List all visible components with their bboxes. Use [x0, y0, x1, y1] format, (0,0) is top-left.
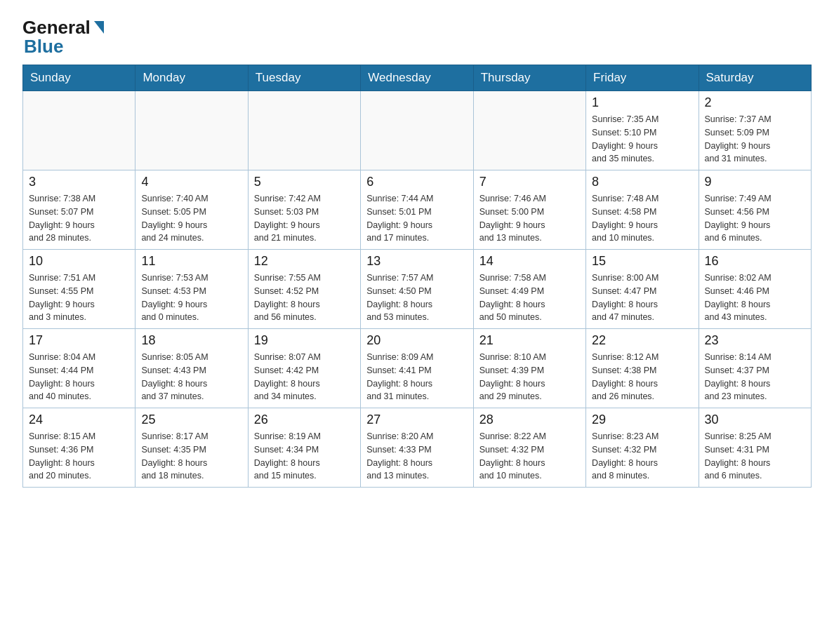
day-info: Sunrise: 8:12 AM Sunset: 4:38 PM Dayligh… — [592, 351, 692, 403]
day-number: 23 — [705, 333, 805, 348]
day-info: Sunrise: 8:20 AM Sunset: 4:33 PM Dayligh… — [366, 430, 467, 483]
calendar-cell: 3Sunrise: 7:38 AM Sunset: 5:07 PM Daylig… — [23, 170, 135, 250]
day-info: Sunrise: 7:48 AM Sunset: 4:58 PM Dayligh… — [592, 192, 692, 245]
day-info: Sunrise: 8:19 AM Sunset: 4:34 PM Dayligh… — [254, 430, 355, 483]
calendar-table: SundayMondayTuesdayWednesdayThursdayFrid… — [22, 65, 812, 488]
day-info: Sunrise: 7:40 AM Sunset: 5:05 PM Dayligh… — [141, 192, 241, 245]
day-number: 10 — [29, 254, 129, 269]
day-info: Sunrise: 7:44 AM Sunset: 5:01 PM Dayligh… — [366, 192, 467, 245]
calendar-cell — [361, 91, 473, 170]
calendar-cell: 4Sunrise: 7:40 AM Sunset: 5:05 PM Daylig… — [135, 170, 248, 250]
day-number: 16 — [705, 254, 805, 269]
calendar-cell: 21Sunrise: 8:10 AM Sunset: 4:39 PM Dayli… — [473, 329, 585, 408]
day-info: Sunrise: 8:23 AM Sunset: 4:32 PM Dayligh… — [592, 430, 692, 483]
day-info: Sunrise: 8:15 AM Sunset: 4:36 PM Dayligh… — [29, 430, 129, 483]
calendar-cell: 25Sunrise: 8:17 AM Sunset: 4:35 PM Dayli… — [135, 408, 248, 488]
day-number: 7 — [479, 175, 580, 189]
calendar-cell — [23, 91, 135, 170]
day-number: 24 — [29, 412, 129, 427]
day-number: 19 — [254, 333, 355, 348]
logo-blue-text: Blue — [24, 36, 63, 58]
calendar-week-4: 17Sunrise: 8:04 AM Sunset: 4:44 PM Dayli… — [23, 329, 812, 408]
calendar-cell: 18Sunrise: 8:05 AM Sunset: 4:43 PM Dayli… — [135, 329, 248, 408]
day-number: 1 — [592, 95, 692, 110]
day-number: 6 — [366, 175, 467, 189]
day-info: Sunrise: 7:51 AM Sunset: 4:55 PM Dayligh… — [29, 271, 129, 324]
calendar-cell — [473, 91, 585, 170]
calendar-cell — [248, 91, 360, 170]
calendar-week-2: 3Sunrise: 7:38 AM Sunset: 5:07 PM Daylig… — [23, 170, 812, 250]
calendar-cell: 6Sunrise: 7:44 AM Sunset: 5:01 PM Daylig… — [361, 170, 473, 250]
column-header-monday: Monday — [135, 65, 248, 91]
day-info: Sunrise: 7:55 AM Sunset: 4:52 PM Dayligh… — [254, 271, 355, 324]
calendar-cell: 8Sunrise: 7:48 AM Sunset: 4:58 PM Daylig… — [586, 170, 699, 250]
day-info: Sunrise: 8:04 AM Sunset: 4:44 PM Dayligh… — [29, 351, 129, 403]
day-info: Sunrise: 8:17 AM Sunset: 4:35 PM Dayligh… — [141, 430, 241, 483]
day-number: 18 — [141, 333, 241, 348]
day-number: 14 — [479, 254, 580, 269]
day-info: Sunrise: 7:58 AM Sunset: 4:49 PM Dayligh… — [479, 271, 580, 324]
day-info: Sunrise: 7:57 AM Sunset: 4:50 PM Dayligh… — [366, 271, 467, 324]
day-info: Sunrise: 7:53 AM Sunset: 4:53 PM Dayligh… — [141, 271, 241, 324]
calendar-cell: 1Sunrise: 7:35 AM Sunset: 5:10 PM Daylig… — [586, 91, 699, 170]
logo: General Blue — [22, 17, 104, 58]
calendar-week-3: 10Sunrise: 7:51 AM Sunset: 4:55 PM Dayli… — [23, 250, 812, 329]
calendar-cell: 13Sunrise: 7:57 AM Sunset: 4:50 PM Dayli… — [361, 250, 473, 329]
calendar-week-5: 24Sunrise: 8:15 AM Sunset: 4:36 PM Dayli… — [23, 408, 812, 488]
calendar-cell: 28Sunrise: 8:22 AM Sunset: 4:32 PM Dayli… — [473, 408, 585, 488]
calendar-cell: 24Sunrise: 8:15 AM Sunset: 4:36 PM Dayli… — [23, 408, 135, 488]
calendar-cell: 23Sunrise: 8:14 AM Sunset: 4:37 PM Dayli… — [699, 329, 811, 408]
calendar-cell: 2Sunrise: 7:37 AM Sunset: 5:09 PM Daylig… — [699, 91, 811, 170]
day-info: Sunrise: 8:00 AM Sunset: 4:47 PM Dayligh… — [592, 271, 692, 324]
logo-arrow-icon — [94, 21, 104, 34]
column-header-tuesday: Tuesday — [248, 65, 360, 91]
day-number: 9 — [705, 175, 805, 189]
day-number: 20 — [366, 333, 467, 348]
day-number: 21 — [479, 333, 580, 348]
day-number: 8 — [592, 175, 692, 189]
calendar-cell: 11Sunrise: 7:53 AM Sunset: 4:53 PM Dayli… — [135, 250, 248, 329]
calendar-cell: 15Sunrise: 8:00 AM Sunset: 4:47 PM Dayli… — [586, 250, 699, 329]
calendar-header-row: SundayMondayTuesdayWednesdayThursdayFrid… — [23, 65, 812, 91]
day-number: 12 — [254, 254, 355, 269]
day-number: 17 — [29, 333, 129, 348]
column-header-thursday: Thursday — [473, 65, 585, 91]
day-number: 30 — [705, 412, 805, 427]
calendar-cell — [135, 91, 248, 170]
column-header-saturday: Saturday — [699, 65, 811, 91]
day-info: Sunrise: 7:35 AM Sunset: 5:10 PM Dayligh… — [592, 113, 692, 166]
column-header-sunday: Sunday — [23, 65, 135, 91]
day-info: Sunrise: 8:07 AM Sunset: 4:42 PM Dayligh… — [254, 351, 355, 403]
day-number: 11 — [141, 254, 241, 269]
day-info: Sunrise: 7:46 AM Sunset: 5:00 PM Dayligh… — [479, 192, 580, 245]
calendar-cell: 22Sunrise: 8:12 AM Sunset: 4:38 PM Dayli… — [586, 329, 699, 408]
calendar-cell: 5Sunrise: 7:42 AM Sunset: 5:03 PM Daylig… — [248, 170, 360, 250]
day-number: 26 — [254, 412, 355, 427]
day-info: Sunrise: 8:02 AM Sunset: 4:46 PM Dayligh… — [705, 271, 805, 324]
calendar-cell: 30Sunrise: 8:25 AM Sunset: 4:31 PM Dayli… — [699, 408, 811, 488]
day-info: Sunrise: 8:14 AM Sunset: 4:37 PM Dayligh… — [705, 351, 805, 403]
calendar-cell: 10Sunrise: 7:51 AM Sunset: 4:55 PM Dayli… — [23, 250, 135, 329]
calendar-week-1: 1Sunrise: 7:35 AM Sunset: 5:10 PM Daylig… — [23, 91, 812, 170]
day-number: 29 — [592, 412, 692, 427]
day-number: 13 — [366, 254, 467, 269]
day-info: Sunrise: 8:22 AM Sunset: 4:32 PM Dayligh… — [479, 430, 580, 483]
calendar-cell: 27Sunrise: 8:20 AM Sunset: 4:33 PM Dayli… — [361, 408, 473, 488]
page-header: General Blue — [22, 17, 812, 58]
calendar-cell: 20Sunrise: 8:09 AM Sunset: 4:41 PM Dayli… — [361, 329, 473, 408]
calendar-cell: 29Sunrise: 8:23 AM Sunset: 4:32 PM Dayli… — [586, 408, 699, 488]
day-number: 27 — [366, 412, 467, 427]
day-info: Sunrise: 8:10 AM Sunset: 4:39 PM Dayligh… — [479, 351, 580, 403]
day-number: 15 — [592, 254, 692, 269]
day-info: Sunrise: 8:25 AM Sunset: 4:31 PM Dayligh… — [705, 430, 805, 483]
day-info: Sunrise: 8:09 AM Sunset: 4:41 PM Dayligh… — [366, 351, 467, 403]
calendar-cell: 17Sunrise: 8:04 AM Sunset: 4:44 PM Dayli… — [23, 329, 135, 408]
day-number: 2 — [705, 95, 805, 110]
calendar-cell: 26Sunrise: 8:19 AM Sunset: 4:34 PM Dayli… — [248, 408, 360, 488]
day-number: 5 — [254, 175, 355, 189]
day-info: Sunrise: 7:38 AM Sunset: 5:07 PM Dayligh… — [29, 192, 129, 245]
day-number: 28 — [479, 412, 580, 427]
calendar-cell: 7Sunrise: 7:46 AM Sunset: 5:00 PM Daylig… — [473, 170, 585, 250]
calendar-cell: 14Sunrise: 7:58 AM Sunset: 4:49 PM Dayli… — [473, 250, 585, 329]
column-header-friday: Friday — [586, 65, 699, 91]
